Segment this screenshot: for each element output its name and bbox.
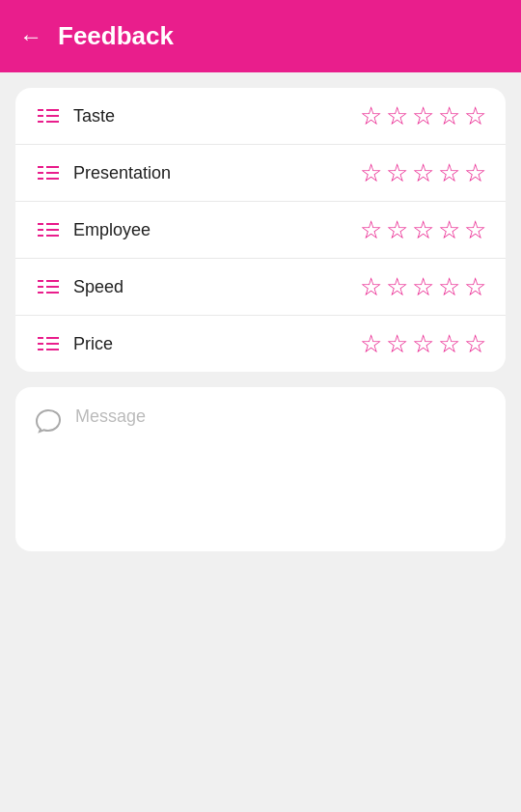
star-1[interactable]: ☆ [360,274,382,299]
header: ← Feedback [0,0,521,72]
employee-stars[interactable]: ☆ ☆ ☆ ☆ ☆ [360,217,486,242]
presentation-label: Presentation [73,163,348,183]
back-button[interactable]: ← [19,23,42,50]
star-4[interactable]: ☆ [438,103,460,128]
message-placeholder: Message [75,406,146,427]
star-5[interactable]: ☆ [464,274,486,299]
star-4[interactable]: ☆ [438,160,460,185]
taste-stars[interactable]: ☆ ☆ ☆ ☆ ☆ [360,103,486,128]
star-1[interactable]: ☆ [360,331,382,356]
star-5[interactable]: ☆ [464,217,486,242]
star-2[interactable]: ☆ [386,160,408,185]
employee-row: Employee ☆ ☆ ☆ ☆ ☆ [15,202,506,259]
speed-label: Speed [73,277,348,297]
list-icon-price [35,335,62,352]
star-2[interactable]: ☆ [386,274,408,299]
star-2[interactable]: ☆ [386,103,408,128]
list-icon-speed [35,278,62,295]
star-1[interactable]: ☆ [360,160,382,185]
taste-row: Taste ☆ ☆ ☆ ☆ ☆ [15,88,506,145]
list-icon-employee [35,221,62,238]
price-row: Price ☆ ☆ ☆ ☆ ☆ [15,316,506,372]
star-2[interactable]: ☆ [386,331,408,356]
star-3[interactable]: ☆ [412,103,434,128]
star-4[interactable]: ☆ [438,331,460,356]
star-3[interactable]: ☆ [412,274,434,299]
list-icon-taste [35,107,62,125]
star-4[interactable]: ☆ [438,274,460,299]
star-3[interactable]: ☆ [412,217,434,242]
employee-label: Employee [73,220,348,240]
ratings-card: Taste ☆ ☆ ☆ ☆ ☆ Presentation ☆ ☆ ☆ ☆ [15,88,506,372]
chat-icon [35,408,62,442]
presentation-stars[interactable]: ☆ ☆ ☆ ☆ ☆ [360,160,486,185]
price-stars[interactable]: ☆ ☆ ☆ ☆ ☆ [360,331,486,356]
star-3[interactable]: ☆ [412,160,434,185]
taste-label: Taste [73,106,348,126]
speed-stars[interactable]: ☆ ☆ ☆ ☆ ☆ [360,274,486,299]
page-title: Feedback [58,21,174,51]
star-5[interactable]: ☆ [464,160,486,185]
star-1[interactable]: ☆ [360,217,382,242]
star-1[interactable]: ☆ [360,103,382,128]
message-card[interactable]: Message [15,387,506,551]
speed-row: Speed ☆ ☆ ☆ ☆ ☆ [15,259,506,316]
price-label: Price [73,334,348,354]
message-row: Message [35,406,486,442]
star-5[interactable]: ☆ [464,331,486,356]
star-2[interactable]: ☆ [386,217,408,242]
list-icon-presentation [35,164,62,182]
star-4[interactable]: ☆ [438,217,460,242]
star-5[interactable]: ☆ [464,103,486,128]
presentation-row: Presentation ☆ ☆ ☆ ☆ ☆ [15,145,506,202]
star-3[interactable]: ☆ [412,331,434,356]
